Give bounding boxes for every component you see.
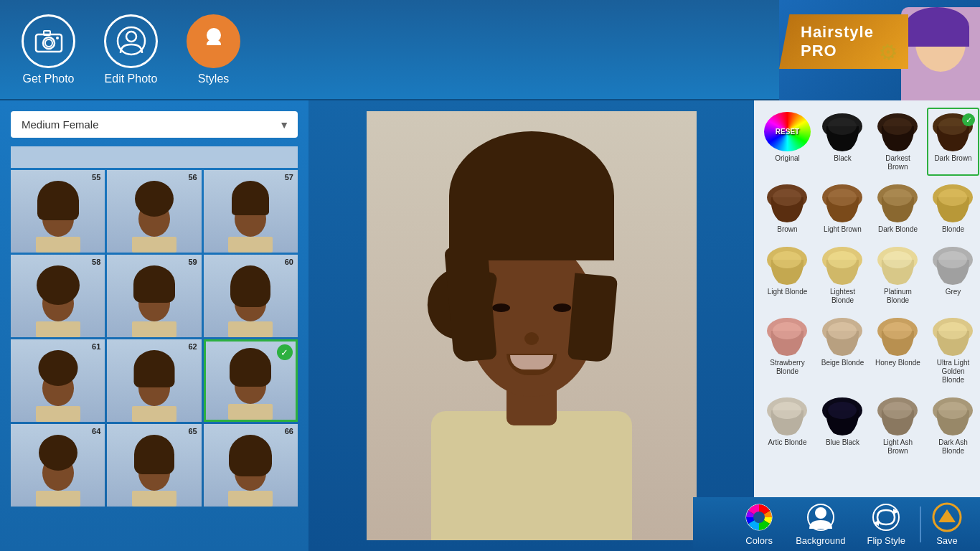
- colors-button[interactable]: Colors: [733, 496, 785, 551]
- style-item-65[interactable]: 65: [107, 424, 201, 507]
- style-item-60[interactable]: 60: [204, 255, 298, 337]
- style-item-66[interactable]: 66: [204, 424, 298, 507]
- nav-item-styles[interactable]: Styles: [187, 14, 240, 85]
- get-photo-label: Get Photo: [22, 72, 74, 85]
- svg-point-27: [883, 251, 912, 268]
- color-label-lightest-blonde: Lightest Blonde: [819, 288, 866, 305]
- grid-top-strip: [11, 146, 298, 168]
- dark-brown-swatch: ✓: [930, 112, 976, 151]
- svg-point-17: [828, 189, 857, 206]
- color-item-blue-black[interactable]: Blue Black: [816, 392, 869, 460]
- save-icon: [932, 502, 962, 532]
- nav-item-get-photo[interactable]: Get Photo: [22, 14, 75, 85]
- svg-point-9: [828, 118, 857, 135]
- app-title: Hairstyle PRO: [801, 23, 874, 60]
- svg-point-39: [773, 402, 801, 419]
- person-icon: [104, 14, 158, 68]
- svg-point-19: [883, 189, 912, 206]
- color-label-strawberry-blonde: Strawberry Blonde: [764, 359, 811, 376]
- color-label-platinum-blonde: Platinum Blonde: [875, 288, 921, 305]
- blue-black-swatch: [819, 396, 866, 435]
- svg-marker-55: [938, 509, 956, 522]
- color-label-artic-blonde: Artic Blonde: [768, 438, 807, 447]
- style-number-61: 61: [92, 342, 100, 351]
- style-category-dropdown-wrapper[interactable]: Medium Female Short Female Long Female S…: [11, 111, 298, 138]
- svg-point-11: [883, 118, 912, 135]
- color-item-darkest-brown[interactable]: Darkest Brown: [872, 108, 924, 176]
- style-item-59[interactable]: 59: [107, 255, 201, 337]
- center-panel: [308, 100, 754, 551]
- style-item-64[interactable]: 64: [11, 424, 105, 507]
- flip-style-button[interactable]: Flip Style: [857, 496, 916, 551]
- color-item-lightest-blonde[interactable]: Lightest Blonde: [816, 241, 869, 309]
- svg-point-31: [773, 322, 801, 339]
- color-label-light-ash-brown: Light Ash Brown: [875, 438, 921, 456]
- style-category-select[interactable]: Medium Female Short Female Long Female S…: [11, 111, 298, 138]
- style-item-56[interactable]: 56: [107, 170, 201, 253]
- color-item-dark-blonde[interactable]: Dark Blonde: [872, 179, 924, 238]
- color-label-dark-ash-blonde: Dark Ash Blonde: [930, 438, 976, 456]
- blonde-swatch: [930, 183, 976, 222]
- nav-item-edit-photo[interactable]: Edit Photo: [104, 14, 158, 85]
- svg-point-15: [773, 189, 801, 206]
- style-number-62: 62: [188, 342, 197, 351]
- color-label-blue-black: Blue Black: [826, 438, 859, 447]
- background-button[interactable]: Background: [785, 496, 856, 551]
- svg-point-43: [883, 402, 912, 419]
- svg-rect-3: [44, 31, 50, 35]
- style-number-65: 65: [188, 427, 197, 435]
- color-label-beige-blonde: Beige Blonde: [821, 359, 864, 367]
- color-item-ultra-light-golden-blonde[interactable]: Ultra Light Golden Blonde: [927, 312, 979, 389]
- color-item-blonde[interactable]: Blonde: [927, 179, 979, 238]
- color-label-ultra-light-golden-blonde: Ultra Light Golden Blonde: [930, 359, 976, 385]
- color-item-artic-blonde[interactable]: Artic Blonde: [761, 392, 814, 460]
- ultra-light-golden-blonde-swatch: [930, 316, 976, 356]
- grey-swatch: [930, 245, 976, 285]
- color-item-beige-blonde[interactable]: Beige Blonde: [816, 312, 869, 389]
- color-item-platinum-blonde[interactable]: Platinum Blonde: [872, 241, 924, 309]
- svg-point-33: [828, 322, 857, 339]
- style-item-58[interactable]: 58: [11, 255, 105, 337]
- color-item-reset[interactable]: RESET Original: [761, 108, 814, 176]
- color-item-dark-ash-blonde[interactable]: Dark Ash Blonde: [927, 392, 979, 460]
- svg-point-45: [938, 402, 967, 419]
- colors-label: Colors: [745, 535, 773, 546]
- save-button[interactable]: Save: [925, 496, 969, 551]
- svg-point-48: [753, 512, 765, 523]
- background-icon: [806, 502, 836, 532]
- color-item-dark-brown[interactable]: ✓ Dark Brown: [927, 108, 979, 176]
- style-item-62[interactable]: 62: [107, 339, 201, 422]
- color-item-black[interactable]: Black: [816, 108, 869, 176]
- style-item-61[interactable]: 61: [11, 339, 105, 422]
- style-item-55[interactable]: 55: [11, 170, 105, 253]
- color-item-light-brown[interactable]: Light Brown: [816, 179, 869, 238]
- lightest-blonde-swatch: [819, 245, 866, 285]
- svg-point-50: [815, 507, 826, 519]
- color-label-dark-blonde: Dark Blonde: [878, 225, 918, 234]
- save-label: Save: [936, 535, 958, 546]
- color-label-light-blonde: Light Blonde: [768, 288, 808, 296]
- honey-blonde-swatch: [875, 316, 921, 356]
- background-label: Background: [796, 535, 845, 546]
- color-item-strawberry-blonde[interactable]: Strawberry Blonde: [761, 312, 814, 389]
- dropdown-container: Medium Female Short Female Long Female S…: [11, 111, 298, 138]
- reset-swatch: RESET: [764, 112, 811, 151]
- style-item-63[interactable]: ✓: [204, 339, 298, 422]
- color-item-light-blonde[interactable]: Light Blonde: [761, 241, 814, 309]
- color-item-grey[interactable]: Grey: [927, 241, 979, 309]
- dark-blonde-swatch: [875, 183, 921, 222]
- color-item-brown[interactable]: Brown: [761, 179, 814, 238]
- color-item-honey-blonde[interactable]: Honey Blonde: [872, 312, 924, 389]
- header: Get Photo Edit Photo: [0, 0, 980, 100]
- style-number-57: 57: [285, 173, 293, 182]
- svg-point-21: [938, 189, 967, 206]
- svg-point-23: [773, 251, 801, 268]
- style-item-57[interactable]: 57: [204, 170, 298, 253]
- color-item-light-ash-brown[interactable]: Light Ash Brown: [872, 392, 924, 460]
- bottom-toolbar: Colors Background: [693, 497, 980, 551]
- styles-icon: [187, 14, 240, 68]
- color-panel: RESET Original Black Darkest Brow: [754, 100, 980, 551]
- color-label-original: Original: [775, 154, 799, 163]
- flip-style-icon: [871, 502, 901, 532]
- style-number-58: 58: [92, 258, 100, 266]
